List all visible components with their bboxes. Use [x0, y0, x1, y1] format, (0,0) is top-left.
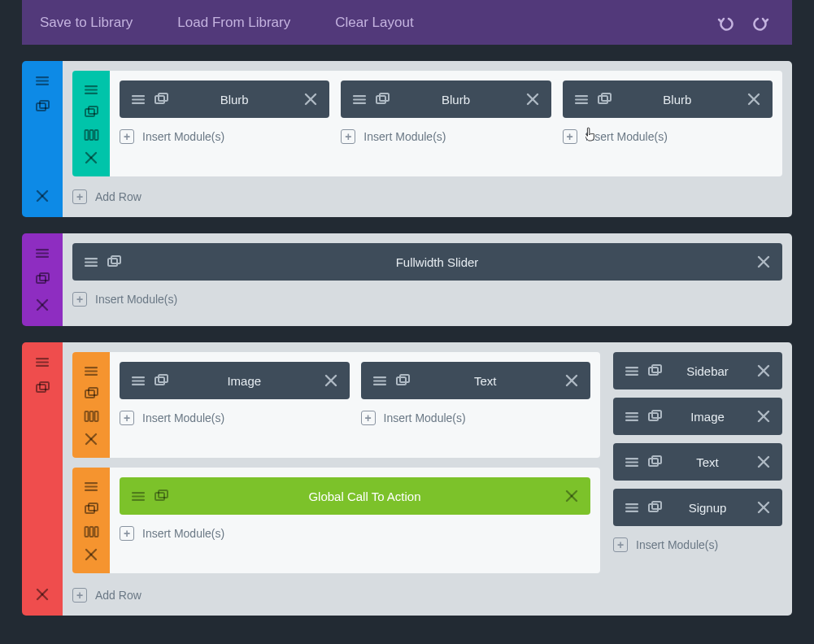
- close-icon[interactable]: [31, 294, 54, 316]
- section-standard: Blurb + Insert Module(s): [22, 61, 792, 217]
- add-row-button[interactable]: + Add Row: [72, 186, 782, 207]
- drag-icon[interactable]: [623, 453, 641, 471]
- plus-icon: +: [72, 292, 87, 307]
- drag-icon[interactable]: [82, 253, 100, 271]
- duplicate-icon[interactable]: [152, 487, 170, 505]
- close-icon[interactable]: [322, 372, 340, 389]
- insert-module-button[interactable]: + Insert Module(s): [120, 407, 350, 429]
- close-icon[interactable]: [31, 583, 54, 606]
- plus-icon: +: [563, 129, 577, 144]
- save-to-library-button[interactable]: Save to Library: [40, 15, 133, 31]
- duplicate-icon[interactable]: [152, 90, 170, 108]
- drag-icon[interactable]: [81, 79, 102, 100]
- module-blurb[interactable]: Blurb: [563, 80, 773, 118]
- duplicate-icon[interactable]: [646, 453, 664, 471]
- module-signup[interactable]: Signup: [613, 489, 782, 526]
- close-icon[interactable]: [563, 487, 581, 505]
- close-icon[interactable]: [563, 372, 581, 389]
- drag-icon[interactable]: [623, 498, 641, 516]
- module-title: Text: [416, 374, 555, 388]
- clear-layout-button[interactable]: Clear Layout: [335, 15, 413, 31]
- close-icon[interactable]: [81, 147, 102, 168]
- insert-module-button[interactable]: + Insert Module(s): [341, 126, 551, 147]
- drag-icon[interactable]: [81, 360, 102, 381]
- drag-icon[interactable]: [81, 476, 102, 497]
- insert-module-button[interactable]: + Insert Module(s): [72, 289, 782, 310]
- module-title: Image: [175, 374, 314, 388]
- add-row-button[interactable]: + Add Row: [72, 585, 782, 606]
- duplicate-icon[interactable]: [31, 268, 54, 290]
- drag-icon[interactable]: [350, 90, 368, 108]
- undo-icon[interactable]: [712, 10, 738, 36]
- plus-icon: +: [72, 588, 87, 603]
- duplicate-icon[interactable]: [646, 407, 664, 425]
- close-icon[interactable]: [745, 90, 763, 108]
- insert-module-button[interactable]: + Insert Module(s): [120, 126, 329, 147]
- close-icon[interactable]: [302, 90, 320, 108]
- section-controls: [22, 233, 63, 326]
- close-icon[interactable]: [755, 362, 773, 380]
- drag-icon[interactable]: [31, 350, 54, 373]
- close-icon[interactable]: [755, 453, 773, 471]
- insert-module-label: Insert Module(s): [142, 527, 224, 540]
- module-title: Blurb: [618, 93, 737, 107]
- insert-module-button[interactable]: + Insert Module(s): [120, 523, 590, 544]
- drag-icon[interactable]: [129, 487, 147, 505]
- drag-icon[interactable]: [371, 372, 389, 389]
- columns-icon[interactable]: [81, 406, 102, 427]
- module-blurb[interactable]: Blurb: [341, 80, 551, 118]
- duplicate-icon[interactable]: [105, 253, 123, 271]
- insert-module-label: Insert Module(s): [363, 130, 446, 143]
- row-controls: [72, 468, 110, 573]
- drag-icon[interactable]: [623, 362, 641, 380]
- insert-module-button[interactable]: + Insert Module(s): [361, 407, 591, 429]
- duplicate-icon[interactable]: [31, 95, 54, 118]
- duplicate-icon[interactable]: [394, 372, 411, 389]
- redo-icon[interactable]: [748, 10, 774, 36]
- sidebar-column: Sidebar Image Text: [613, 352, 782, 583]
- insert-module-label: Insert Module(s): [142, 411, 224, 424]
- duplicate-icon[interactable]: [81, 498, 102, 520]
- module-global-cta[interactable]: Global Call To Action: [120, 477, 590, 515]
- columns-icon[interactable]: [81, 124, 102, 146]
- module-title: Text: [668, 455, 747, 469]
- duplicate-icon[interactable]: [646, 498, 664, 516]
- module-image[interactable]: Image: [120, 362, 350, 399]
- columns-icon[interactable]: [81, 521, 102, 542]
- module-text[interactable]: Text: [361, 362, 591, 399]
- drag-icon[interactable]: [129, 90, 147, 108]
- duplicate-icon[interactable]: [81, 102, 102, 123]
- drag-icon[interactable]: [572, 90, 590, 108]
- close-icon[interactable]: [81, 544, 102, 565]
- close-icon[interactable]: [755, 498, 773, 516]
- duplicate-icon[interactable]: [31, 376, 54, 399]
- load-from-library-button[interactable]: Load From Library: [177, 15, 290, 31]
- duplicate-icon[interactable]: [81, 383, 102, 404]
- plus-icon: +: [120, 411, 134, 425]
- module-image[interactable]: Image: [613, 398, 782, 435]
- duplicate-icon[interactable]: [152, 372, 170, 389]
- close-icon[interactable]: [755, 253, 773, 271]
- close-icon[interactable]: [524, 90, 542, 108]
- drag-icon[interactable]: [31, 242, 54, 264]
- drag-icon[interactable]: [31, 69, 54, 92]
- module-blurb[interactable]: Blurb: [120, 80, 329, 118]
- module-title: Fullwidth Slider: [128, 255, 747, 269]
- close-icon[interactable]: [755, 407, 773, 425]
- insert-module-button[interactable]: + Insert Module(s): [613, 534, 782, 555]
- close-icon[interactable]: [81, 429, 102, 450]
- module-fullwidth-slider[interactable]: Fullwidth Slider: [72, 243, 782, 281]
- section-fullwidth: Fullwidth Slider + Insert Module(s): [22, 233, 792, 326]
- close-icon[interactable]: [31, 185, 54, 207]
- add-row-label: Add Row: [95, 190, 141, 203]
- insert-module-button[interactable]: + Insert Module(s): [563, 126, 773, 147]
- drag-icon[interactable]: [129, 372, 147, 389]
- duplicate-icon[interactable]: [595, 90, 613, 108]
- drag-icon[interactable]: [623, 407, 641, 425]
- duplicate-icon[interactable]: [373, 90, 391, 108]
- insert-module-label: Insert Module(s): [142, 130, 224, 143]
- module-text[interactable]: Text: [613, 443, 782, 481]
- duplicate-icon[interactable]: [646, 362, 664, 380]
- module-sidebar[interactable]: Sidebar: [613, 352, 782, 389]
- row: Blurb + Insert Module(s): [72, 71, 782, 176]
